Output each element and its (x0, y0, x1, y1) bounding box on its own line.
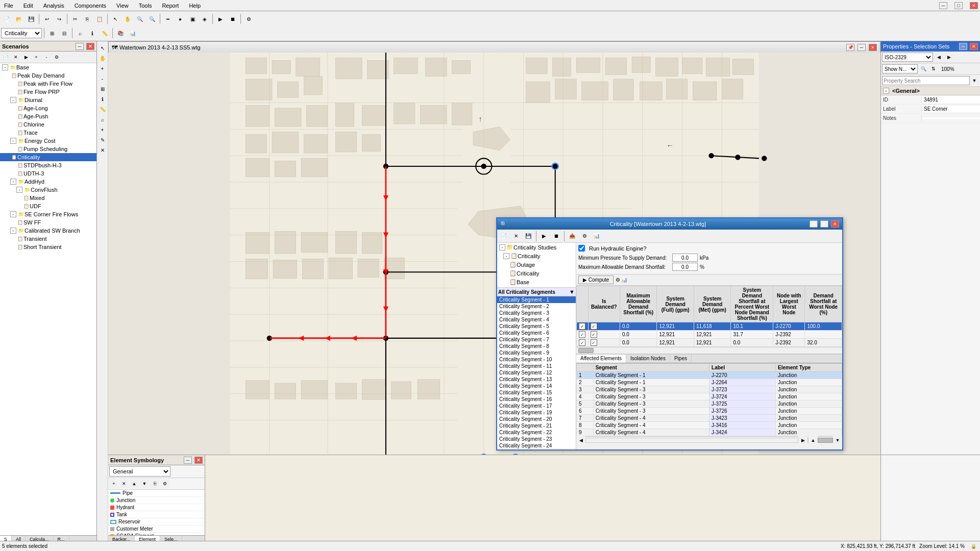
open-btn[interactable]: 📂 (13, 13, 24, 24)
tree-chlorine[interactable]: 📋 Chlorine (0, 120, 96, 129)
menu-report[interactable]: Report (160, 2, 181, 10)
expand-crit-studies[interactable]: - (499, 244, 505, 251)
table-row-2[interactable]: 0.0 12,921 12,921 31.7 J-2392 (577, 331, 842, 339)
find-btn[interactable]: ⌕ (75, 28, 86, 39)
crit-tree-criticality[interactable]: - 📋 Criticality (497, 252, 576, 260)
crit-stop[interactable]: ⏹ (551, 231, 562, 242)
redo-btn[interactable]: ↪ (54, 13, 65, 24)
segment-item-16[interactable]: Criticality Segment - 16 (497, 396, 576, 403)
segment-item-20[interactable]: Criticality Segment - 20 (497, 416, 576, 422)
expand-calib[interactable]: - (10, 228, 16, 234)
dropdown-arrow[interactable]: ▼ (569, 289, 575, 295)
h-scrollbar[interactable] (576, 347, 842, 354)
icon-delete[interactable]: ✕ (98, 145, 107, 155)
tree-criticality[interactable]: 📋 Criticality (0, 153, 96, 161)
crit-tree-outage[interactable]: 📋 Outage (497, 260, 576, 269)
props-prev[interactable]: ◀ (934, 53, 943, 62)
tree-udth[interactable]: 📋 UDTH-3 (0, 169, 96, 178)
icon-zoom-in[interactable]: + (98, 64, 107, 73)
minimize-btn[interactable]: ─ (939, 2, 947, 9)
props-min[interactable]: ─ (959, 43, 967, 50)
sym-close[interactable]: ✕ (194, 457, 203, 464)
icon-select[interactable]: ↖ (98, 43, 107, 53)
tree-convflush[interactable]: - 📁 ConvFlush (0, 186, 96, 194)
sym-add[interactable]: + (109, 479, 118, 488)
sym-item-junction[interactable]: Junction (108, 497, 205, 504)
expand-energy[interactable]: - (10, 138, 16, 144)
tree-stdpbush[interactable]: 📋 STDPbush-H-3 (0, 161, 96, 169)
props-id-dropdown[interactable]: ISO-2329 (882, 53, 933, 62)
segment-item-10[interactable]: Criticality Segment - 10 (497, 356, 576, 363)
expand-diurnal[interactable]: - (10, 97, 16, 103)
scenarios-close[interactable]: ✕ (86, 43, 94, 50)
tree-energy[interactable]: - 📁 Energy Cost (0, 137, 96, 145)
scenarios-delete[interactable]: ✕ (11, 53, 20, 62)
add-junction-btn[interactable]: ● (175, 13, 186, 24)
segment-item-9[interactable]: Criticality Segment - 9 (497, 349, 576, 356)
check-1[interactable] (579, 323, 585, 330)
segment-item-13[interactable]: Criticality Segment - 13 (497, 376, 576, 383)
tab-affected[interactable]: Affected Elements (576, 355, 626, 363)
menu-analysis[interactable]: Analysis (41, 2, 66, 10)
sym-item-reservoir[interactable]: Reservoir (108, 518, 205, 525)
affected-row-4[interactable]: 4 Criticality Segment - 3 J-3724 Junctio… (577, 393, 842, 400)
layer-btn[interactable]: 📚 (115, 28, 126, 39)
tree-fire-prp[interactable]: 📋 Fire Flow PRP (0, 88, 96, 96)
select-btn[interactable]: ↖ (110, 13, 121, 24)
crit-save[interactable]: 💾 (523, 231, 534, 242)
tree-udf[interactable]: 📋 UDF (0, 202, 96, 210)
crit-settings[interactable]: ⚙ (579, 231, 590, 242)
crit-tree-criticality2[interactable]: 📋 Criticality (497, 269, 576, 278)
segment-item-14[interactable]: Criticality Segment - 14 (497, 383, 576, 389)
icon-edit[interactable]: ✎ (98, 135, 107, 144)
segment-item-6[interactable]: Criticality Segment - 6 (497, 330, 576, 336)
check-3[interactable] (579, 339, 585, 346)
menu-view[interactable]: View (114, 2, 131, 10)
sym-props[interactable]: ⚙ (160, 479, 169, 488)
icon-zoom-extent[interactable]: ⊞ (98, 84, 107, 93)
expand-se[interactable]: - (10, 211, 16, 217)
max-demand-input[interactable] (672, 263, 698, 271)
sym-down[interactable]: ▼ (140, 479, 149, 488)
segment-item-25[interactable]: Criticality Segment - 25 (497, 449, 576, 449)
affected-row-8[interactable]: 8 Criticality Segment - 4 J-3416 Junctio… (577, 422, 842, 429)
segment-item-4[interactable]: Criticality Segment - 4 (497, 316, 576, 323)
menu-file[interactable]: File (2, 2, 15, 10)
table-row-1[interactable]: 0.0 12,921 11,618 10.1 J-2270 100.0 (577, 322, 842, 331)
tree-trace[interactable]: 📋 Trace (0, 129, 96, 137)
run-compute-btn[interactable]: ▶ Compute (578, 276, 614, 284)
affected-row-7[interactable]: 7 Criticality Segment - 4 J-3423 Junctio… (577, 415, 842, 422)
tree-base[interactable]: - 📁 Base (0, 63, 96, 71)
save-btn[interactable]: 💾 (26, 13, 37, 24)
icon-zoom-out[interactable]: - (98, 74, 107, 83)
scenarios-run[interactable]: ▶ (21, 53, 31, 62)
segment-item-8[interactable]: Criticality Segment - 8 (497, 343, 576, 349)
pan-btn[interactable]: ✋ (122, 13, 133, 24)
crit-new[interactable]: 📄 (498, 231, 509, 242)
zoom-layer-btn[interactable]: ⊟ (59, 28, 70, 39)
run-engine-checkbox[interactable] (578, 245, 585, 252)
paste-btn[interactable]: 📋 (94, 13, 105, 24)
tree-peak-fire[interactable]: 📋 Peak with Fire Flow (0, 80, 96, 88)
menu-edit[interactable]: Edit (21, 2, 35, 10)
tree-addhyd[interactable]: - 📁 AddHyd (0, 178, 96, 186)
props-filter[interactable]: 🔍 (919, 64, 928, 73)
segment-item-2[interactable]: Criticality Segment - 2 (497, 303, 576, 310)
crit-delete[interactable]: ✕ (510, 231, 522, 242)
prop-val-notes[interactable] (922, 118, 980, 119)
add-reservoir-btn[interactable]: ◈ (199, 13, 210, 24)
new-btn[interactable]: 📄 (1, 13, 12, 24)
copy-btn[interactable]: ⎘ (82, 13, 93, 24)
props-next[interactable]: ▶ (944, 53, 953, 62)
tree-short-transient[interactable]: 📋 Short Transient (0, 243, 96, 251)
menu-help[interactable]: Help (187, 2, 203, 10)
tab-isolation[interactable]: Isolation Nodes (626, 355, 670, 363)
expand-base[interactable]: - (2, 64, 8, 70)
segment-item-23[interactable]: Criticality Segment - 23 (497, 436, 576, 442)
zoom-extent-btn[interactable]: ⊞ (46, 28, 58, 39)
tree-mixed[interactable]: 📋 Mixed (0, 194, 96, 202)
crit-run[interactable]: ▶ (538, 231, 550, 242)
icon-measure[interactable]: 📏 (98, 105, 107, 114)
segment-item-12[interactable]: Criticality Segment - 12 (497, 369, 576, 376)
affected-row-9[interactable]: 9 Criticality Segment - 4 J-3424 Junctio… (577, 429, 842, 436)
